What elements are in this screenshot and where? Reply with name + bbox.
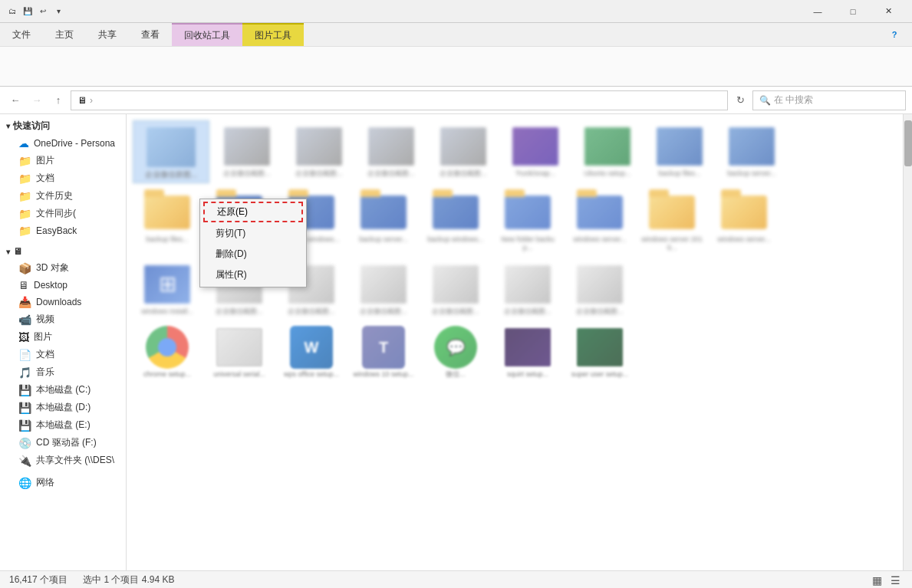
sidebar-item-local-c[interactable]: 💾 本地磁盘 (C:): [0, 381, 126, 399]
sidebar-item-file-history[interactable]: 📁 文件历史: [0, 187, 126, 205]
file-label: 企业微信截图...: [432, 307, 479, 316]
file-label: windows install...: [141, 307, 193, 316]
tab-recycle[interactable]: 回收站工具: [172, 23, 242, 46]
refresh-button[interactable]: ↻: [731, 91, 749, 110]
list-item[interactable]: 企业微信截图...: [565, 258, 634, 319]
list-item[interactable]: 企业微信截图...: [357, 120, 426, 183]
file-grid-4: chrome setup... universal serial... W wp…: [133, 321, 906, 382]
file-label: 企业微信截图...: [367, 169, 415, 178]
list-view-button[interactable]: ☰: [887, 573, 903, 588]
title-bar: 🗂 💾 ↩ ▾ — □ ✕: [0, 0, 912, 23]
vertical-scrollbar[interactable]: [903, 114, 912, 570]
close-button[interactable]: ✕: [871, 0, 906, 23]
list-item[interactable]: 💬 微信...: [421, 321, 490, 382]
title-bar-icons: 🗂 💾 ↩ ▾: [6, 5, 64, 18]
sidebar-item-downloads[interactable]: 📥 Downloads: [0, 294, 126, 310]
list-item[interactable]: windows server...: [710, 186, 779, 255]
network-icon: 🌐: [18, 477, 31, 489]
documents-icon: 📄: [18, 349, 31, 361]
save-icon[interactable]: 💾: [21, 5, 34, 18]
sidebar-item-documents[interactable]: 📁 文档: [0, 169, 126, 187]
list-item[interactable]: backup files...: [133, 186, 202, 255]
grid-view-button[interactable]: ▦: [869, 573, 884, 588]
sidebar-item-cd-drive[interactable]: 💿 CD 驱动器 (F:): [0, 434, 126, 452]
folder-icon-item: [717, 189, 771, 235]
list-item[interactable]: universal serial...: [205, 321, 274, 382]
sidebar-item-easyback[interactable]: 📁 EasyBack: [0, 222, 126, 239]
context-menu-properties[interactable]: 属性(R): [200, 264, 306, 285]
undo-icon[interactable]: ↩: [37, 5, 49, 18]
tab-home[interactable]: 主页: [43, 23, 86, 46]
context-menu-delete[interactable]: 删除(D): [200, 244, 306, 264]
list-item[interactable]: ⊞ windows install...: [133, 258, 202, 319]
list-item[interactable]: W wps office setup...: [277, 321, 346, 382]
quick-access-label: 快速访问: [13, 120, 50, 133]
list-item[interactable]: T windows 10 setup...: [349, 321, 418, 382]
list-item[interactable]: squirt setup...: [493, 321, 562, 382]
tab-view[interactable]: 查看: [129, 23, 172, 46]
sidebar-item-local-e[interactable]: 💾 本地磁盘 (E:): [0, 416, 126, 434]
teams-icon: T: [357, 324, 410, 370]
list-item[interactable]: backup windows...: [421, 186, 490, 255]
file-icon: [357, 261, 410, 307]
cd-icon: 💿: [18, 437, 31, 449]
up-button[interactable]: ↑: [49, 91, 67, 110]
tab-file[interactable]: 文件: [0, 23, 43, 46]
sidebar-item-desktop[interactable]: 🖥 Desktop: [0, 277, 126, 294]
tab-image-tools[interactable]: 图片工具: [242, 23, 304, 46]
dropdown-icon[interactable]: ▾: [52, 5, 64, 18]
file-label: windows server...: [717, 235, 770, 244]
context-menu-restore[interactable]: 还原(E): [203, 202, 303, 222]
sidebar-item-3d-objects[interactable]: 📦 3D 对象: [0, 259, 126, 277]
list-item[interactable]: chrome setup...: [133, 321, 202, 382]
list-item[interactable]: New folder backup...: [493, 186, 562, 255]
sidebar-item-documents2[interactable]: 📄 文档: [0, 346, 126, 363]
forward-button[interactable]: →: [28, 91, 46, 110]
help-button[interactable]: ?: [877, 23, 912, 46]
maximize-button[interactable]: □: [835, 0, 871, 23]
sidebar-item-local-d[interactable]: 💾 本地磁盘 (D:): [0, 399, 126, 416]
list-item[interactable]: backup server...: [717, 120, 786, 183]
scrollbar-thumb[interactable]: [904, 120, 912, 166]
list-item[interactable]: 企业微信截图...: [429, 120, 498, 183]
content-area[interactable]: 企业微信群图... 企业微信截图... 企业微信截图... 企业微信截图... …: [127, 114, 912, 570]
list-item[interactable]: Trunk/snap...: [501, 120, 570, 183]
list-item[interactable]: windows server 2019...: [637, 186, 706, 255]
list-item[interactable]: Ubuntu setup...: [573, 120, 642, 183]
address-box[interactable]: 🖥 ›: [71, 90, 728, 110]
context-menu-cut[interactable]: 剪切(T): [200, 223, 306, 244]
list-item[interactable]: 企业微信截图...: [493, 258, 562, 319]
sidebar-item-onedrive[interactable]: ☁ OneDrive - Persona: [0, 135, 126, 152]
search-box[interactable]: 🔍 在 中搜索: [752, 90, 906, 110]
back-button[interactable]: ←: [6, 91, 25, 110]
minimize-button[interactable]: —: [800, 0, 835, 23]
music-icon: 🎵: [18, 366, 31, 379]
sidebar-item-music[interactable]: 🎵 音乐: [0, 363, 126, 381]
sidebar-item-file-sync[interactable]: 📁 文件同步(: [0, 205, 126, 222]
list-item[interactable]: backup files...: [645, 120, 714, 183]
quick-access-header[interactable]: ▾ 快速访问: [0, 117, 126, 135]
sidebar-item-shared-folder[interactable]: 🔌 共享文件夹 (\\DES\: [0, 452, 126, 469]
file-icon: [653, 123, 706, 169]
folder-icon-item: [645, 189, 699, 235]
list-item[interactable]: windows server...: [565, 186, 634, 255]
local-d-label: 本地磁盘 (D:): [36, 401, 91, 414]
list-item[interactable]: backup server...: [349, 186, 418, 255]
sidebar-item-pictures2[interactable]: 🖼 图片: [0, 328, 126, 346]
tab-share[interactable]: 共享: [86, 23, 129, 46]
this-pc-header[interactable]: ▾ 🖥: [0, 244, 126, 259]
properties-label: 属性(R): [216, 269, 247, 280]
folder-icon: 📁: [18, 190, 31, 202]
list-item[interactable]: 企业微信截图...: [212, 120, 282, 183]
sidebar-item-videos[interactable]: 📹 视频: [0, 310, 126, 328]
list-item[interactable]: 企业微信截图...: [285, 120, 354, 183]
folder-icon-item: [573, 189, 627, 235]
file-label: Ubuntu setup...: [584, 169, 630, 178]
list-item[interactable]: super user setup...: [565, 321, 634, 382]
list-item[interactable]: 企业微信截图...: [421, 258, 490, 319]
list-item[interactable]: 企业微信群图...: [133, 120, 209, 183]
pictures2-label: 图片: [34, 330, 52, 343]
list-item[interactable]: 企业微信截图...: [349, 258, 418, 319]
sidebar-item-pictures[interactable]: 📁 图片: [0, 152, 126, 169]
sidebar-item-network[interactable]: 🌐 网络: [0, 474, 126, 491]
